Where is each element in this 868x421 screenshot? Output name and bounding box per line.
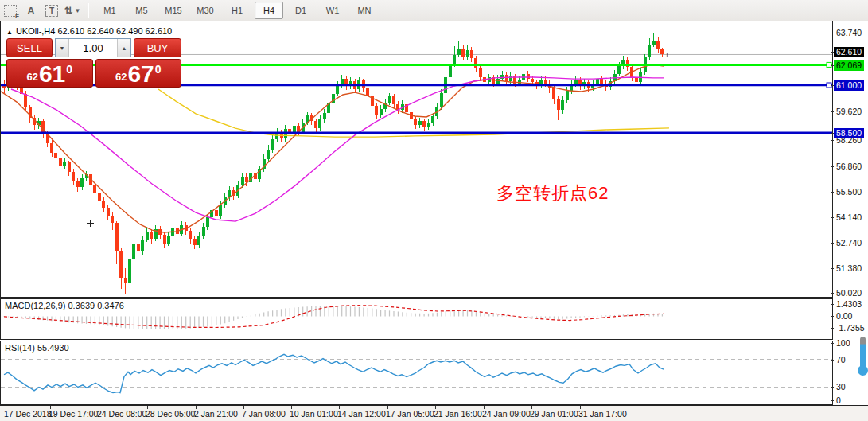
rsi-tick-70: 70 [836, 355, 846, 364]
time-axis: 17 Dec 201819 Dec 17:0024 Dec 08:0028 De… [0, 405, 868, 421]
timeframe-button-mn[interactable]: MN [350, 2, 379, 19]
collapse-triangle-icon[interactable]: ▲ [6, 29, 13, 36]
timeframe-button-d1[interactable]: D1 [286, 2, 315, 19]
crosshair-icon [87, 220, 94, 227]
last-price-marker: T [665, 51, 669, 58]
sell-price-main: 61 [39, 63, 65, 85]
macd-tick-1.4303: 1.4303 [836, 299, 862, 309]
buy-price-main: 67 [127, 63, 154, 85]
timeframe-group: M1M5M15M30H1H4D1W1MN [94, 2, 380, 19]
buy-button[interactable]: BUY [134, 38, 181, 57]
time-tick-label: 2 Jan 21:00 [194, 409, 238, 419]
macd-tick-0.00: 0.00 [836, 311, 852, 321]
price-tick-51.380: 51.380 [836, 263, 862, 273]
price-label-box-62.610: 62.610 [834, 47, 864, 57]
timeframe-button-h1[interactable]: H1 [223, 2, 251, 19]
time-tick-label: 24 Dec 08:00 [97, 409, 146, 419]
timeframe-button-h4[interactable]: H4 [255, 2, 283, 19]
time-tick-label: 7 Jan 08:00 [242, 409, 286, 419]
one-click-trading-panel: SELL ▼ 1.00 ▲ BUY 62 61 0 62 67 0 [6, 38, 181, 88]
rsi-tick-30: 30 [836, 382, 846, 392]
ma-yellow-line [158, 89, 669, 137]
price-tick-56.860: 56.860 [836, 162, 862, 171]
text-a-icon[interactable]: A [22, 2, 40, 18]
macd-tick--1.7355: -1.7355 [836, 323, 865, 333]
symbol-ohlc-text: UKOil-,H4 62.610 62.640 62.490 62.610 [16, 26, 172, 36]
sell-button[interactable]: SELL [6, 38, 53, 57]
time-tick-label: 29 Jan 01:00 [530, 409, 578, 419]
price-label-box-62.069: 62.069 [834, 60, 864, 71]
price-tick-59.620: 59.620 [836, 107, 862, 116]
volume-up-button[interactable]: ▲ [117, 39, 130, 57]
symbol-header: ▲UKOil-,H4 62.610 62.640 62.490 62.610 [6, 26, 172, 36]
ma-fast-line [1, 64, 664, 232]
mt4-window: F A T ⇅▼ M1M5M15M30H1H4D1W1MN ▲UKOil-,H4… [0, 0, 868, 421]
timeframe-button-m15[interactable]: M15 [159, 2, 188, 19]
volume-stepper[interactable]: ▼ 1.00 ▲ [55, 38, 131, 57]
sell-price-prefix: 62 [26, 71, 37, 83]
cursor-arrows-icon[interactable]: ⇅▼ [64, 2, 81, 18]
timeframe-button-m5[interactable]: M5 [127, 2, 156, 19]
rsi-tick-100: 100 [836, 338, 850, 348]
timeframe-button-m1[interactable]: M1 [95, 2, 124, 19]
volume-down-button[interactable]: ▼ [56, 39, 69, 57]
price-tick-52.740: 52.740 [836, 238, 862, 248]
time-tick-label: 14 Jan 12:00 [337, 409, 386, 419]
timeframe-button-m30[interactable]: M30 [191, 2, 220, 19]
time-tick-label: 31 Jan 17:00 [578, 409, 627, 419]
volume-value[interactable]: 1.00 [69, 39, 117, 57]
buy-price-pip: 0 [155, 63, 162, 76]
toolbar: F A T ⇅▼ M1M5M15M30H1H4D1W1MN [0, 0, 868, 21]
price-label-box-58.500: 58.500 [834, 128, 864, 138]
price-tick-55.500: 55.500 [836, 187, 862, 197]
rsi-tick-0: 0 [836, 396, 841, 405]
rsi-label: RSI(14) 55.4930 [5, 343, 69, 353]
time-tick-label: 21 Jan 16:00 [434, 409, 482, 419]
rsi-chart[interactable] [1, 341, 832, 404]
buy-price-prefix: 62 [115, 71, 127, 83]
time-tick-label: 10 Jan 01:00 [290, 409, 338, 419]
sell-price-display[interactable]: 62 61 0 [6, 59, 93, 88]
thermometer-scroll-widget [858, 337, 868, 378]
price-tick-50.020: 50.020 [836, 288, 862, 298]
dropdown-caret-icon[interactable]: ▼ [74, 7, 80, 14]
sell-price-pip: 0 [66, 63, 72, 76]
rsi-pane[interactable]: RSI(14) 55.4930 [0, 341, 833, 405]
buy-price-display[interactable]: 62 67 0 [95, 59, 182, 88]
toolbar-separator [88, 3, 89, 18]
macd-pane[interactable]: MACD(12,26,9) 0.3639 0.3476 [0, 298, 833, 340]
chart-annotation-text: 多空转折点62 [496, 181, 609, 205]
price-tick-54.140: 54.140 [836, 212, 862, 222]
price-tick-63.740: 63.740 [836, 28, 862, 37]
time-tick-label: 28 Dec 05:00 [146, 409, 195, 419]
label-t-icon[interactable]: T [43, 2, 60, 18]
timeframe-button-w1[interactable]: W1 [318, 2, 347, 19]
time-tick-label: 24 Jan 09:00 [482, 409, 531, 419]
time-tick-label: 17 Jan 05:00 [386, 409, 434, 419]
price-label-box-61.000: 61.000 [834, 80, 864, 91]
time-tick-label: 19 Dec 17:00 [49, 409, 98, 419]
macd-chart[interactable] [1, 299, 832, 339]
chart-template-icon[interactable]: F [2, 2, 19, 18]
time-tick-label: 17 Dec 2018 [4, 409, 52, 419]
macd-label: MACD(12,26,9) 0.3639 0.3476 [5, 301, 124, 310]
